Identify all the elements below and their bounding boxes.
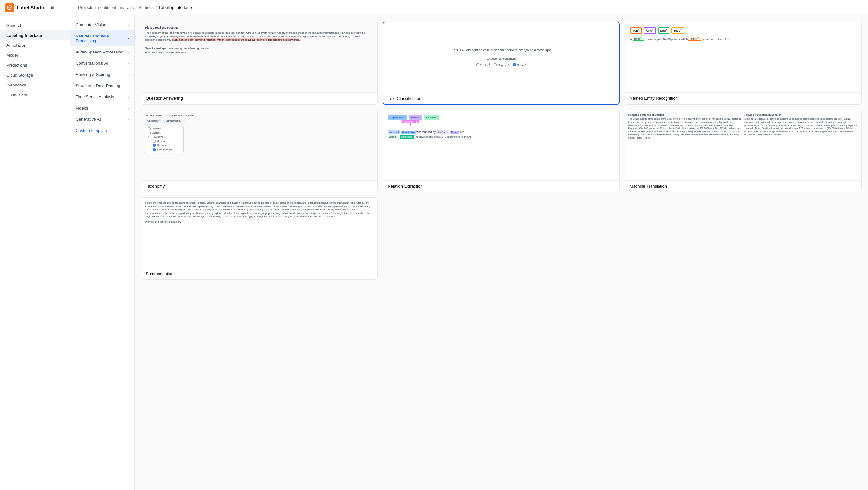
chevron-right-icon-ts: › [128,95,129,99]
breadcrumb-sep3: / [156,5,157,10]
sidebar-item-predictions[interactable]: Predictions [0,60,70,70]
chevron-right-icon-ranking: › [128,73,129,76]
tc-neutral-label: Neutral3 [517,63,527,67]
template-grid: Please read the passage The boundary of … [141,22,862,280]
chevron-right-icon-videos: › [128,106,129,110]
card-preview-taxonomy: To have faith is to trust yourself to th… [141,110,377,181]
breadcrumb-project-name[interactable]: sentiment_analysis [98,5,134,10]
mt-target-header: Provide translation in Spanish [744,113,858,116]
middle-item-generative-label: Generative AI [75,117,101,122]
re-tag-org: Organization1 [388,115,407,120]
template-title-qa: Question Answering [141,93,377,104]
taxonomy-checkbox-eukarya [151,136,153,139]
tc-option-negative: Negative2 [494,63,509,67]
sidebar-item-annotation[interactable]: Annotation [0,40,70,50]
template-card-taxonomy[interactable]: To have faith is to trust yourself to th… [141,110,378,192]
breadcrumb: Projects / sentiment_analysis / Settings… [78,5,192,10]
re-tag-datetime: Datetime3 [424,115,439,120]
sidebar-item-model[interactable]: Model [0,50,70,60]
middle-item-generative[interactable]: Generative AI › [70,114,134,125]
taxonomy-item-opossum: Opossum [147,143,182,147]
middle-item-structured-label: Structured Data Parsing [75,83,120,88]
middle-item-conversational[interactable]: Conversational AI › [70,58,134,69]
card-preview-tc: This is a very right on case movie that … [383,23,619,93]
chevron-right-icon-audio: › [128,50,129,54]
ner-tags: PER1 ORG2 LOC3 MISC4 [630,27,856,34]
middle-item-audio[interactable]: Audio/Speech Processing › [70,47,134,58]
template-card-mt[interactable]: Read the sentence in English Provide tra… [625,110,862,192]
sidebar-item-danger-zone[interactable]: Danger Zone [0,90,70,100]
top-header: Label Studio ≡ Projects / sentiment_anal… [0,0,868,16]
middle-item-computer-vision[interactable]: Computer Vision › [70,19,134,30]
breadcrumb-sep2: / [135,5,137,10]
template-title-mt: Machine Translation [625,181,861,192]
custom-template-link[interactable]: Custom template [70,125,134,136]
taxonomy-tags: Opossum × Extraterrestrial × [145,119,373,123]
chevron-right-icon: › [128,23,129,27]
taxonomy-checkbox-human [153,140,156,143]
ner-tag-misc: MISC4 [671,27,684,34]
qa-passage-text: The boundary of the region from which no… [145,31,373,42]
tc-positive-label: Positive1 [480,63,490,67]
mt-columns: The Sun is the star at the center of the… [628,118,858,140]
tc-option-neutral: Neutral3 [513,63,527,67]
taxonomy-item-archaea: Archaea [147,126,182,131]
main-content: Please read the passage The boundary of … [134,16,868,490]
breadcrumb-projects[interactable]: Projects [78,5,93,10]
template-card-tc[interactable]: This is a very right on case movie that … [383,22,619,105]
template-card-summarization[interactable]: before one chooses to read the entire do… [141,197,378,280]
template-title-ner: Named Entity Recognition [625,93,861,104]
middle-item-structured[interactable]: Structured Data Parsing › [70,80,134,91]
taxonomy-checkbox-bacteria [148,132,151,134]
mt-target-text: El Sol es la estrella en el centro del S… [744,118,858,140]
middle-item-timeseries-label: Time Series Analysis [75,94,114,99]
taxonomy-dropdown: Archaea Bacteria ▾ Eukarya [145,125,184,153]
re-tag-person: Person2 [409,115,422,120]
qa-passage-label: Please read the passage [145,26,373,29]
ner-text: A FloridaLOC restaurant paid 10,925 poun… [630,37,856,41]
middle-item-conversational-label: Conversational AI [75,61,108,66]
middle-item-timeseries[interactable]: Time Series Analysis › [70,91,134,102]
sidebar-item-general[interactable]: General [0,21,70,30]
template-card-re[interactable]: Organization1 Person2 Datetime3 org:foun… [383,110,619,192]
middle-item-ranking[interactable]: Ranking & Scoring › [70,69,134,80]
middle-item-nlp[interactable]: Natural Language Processing › [70,30,134,47]
ner-tag-loc: LOC3 [658,27,670,34]
sidebar-item-cloud-storage[interactable]: Cloud Storage [0,70,70,80]
re-text: Microsoft Organization was founded by Bi… [388,129,615,135]
logo-icon [5,3,14,12]
taxonomy-tag-opossum: Opossum × [145,119,162,123]
template-card-ner[interactable]: PER1 ORG2 LOC3 MISC4 A FloridaLOC restau… [625,22,862,105]
hamburger-icon[interactable]: ≡ [51,4,54,11]
middle-item-nlp-label: Natural Language Processing [75,34,128,43]
sidebar-item-webhooks[interactable]: Webhooks [0,80,70,90]
qa-question-label: Select a text span answering the followi… [145,47,373,50]
card-preview-qa: Please read the passage The boundary of … [141,22,377,93]
middle-item-videos-label: Videos [75,106,88,111]
summarization-instruction: Provide one sentence summary [145,220,373,223]
middle-item-videos[interactable]: Videos › [70,102,134,114]
taxonomy-item-bacteria: Bacteria [147,131,182,135]
template-title-tc: Text Classification [383,93,619,104]
logo-text: Label Studio [17,5,45,10]
tc-options: Positive1 Negative2 Neutral3 [476,63,527,67]
summarization-text: before one chooses to read the entire do… [145,202,373,218]
tc-checkbox-neutral [513,63,516,66]
main-layout: General Labeling Interface Annotation Mo… [0,16,868,490]
tc-checkbox-negative [494,63,497,66]
mt-header: Read the sentence in English Provide tra… [628,113,858,116]
taxonomy-item-human: Human [147,139,182,143]
left-sidebar: General Labeling Interface Annotation Mo… [0,16,70,490]
tc-choose-label: Choose text sentiment [487,57,516,60]
taxonomy-item-eukarya: ▾ Eukarya [147,135,182,139]
mt-source-text: The Sun is the star at the center of the… [628,118,742,140]
template-title-summarization: Summarization [141,268,377,279]
breadcrumb-sep1: / [95,5,96,10]
re-text-area: org:founded_by Microsoft Organization wa… [388,129,615,139]
breadcrumb-settings[interactable]: Settings [139,5,154,10]
taxonomy-checkbox-archaea [148,127,151,130]
sidebar-item-labeling-interface[interactable]: Labeling Interface [0,30,70,40]
template-card-qa[interactable]: Please read the passage The boundary of … [141,22,378,105]
tc-checkbox-positive [476,63,479,66]
card-preview-mt: Read the sentence in English Provide tra… [625,110,861,181]
